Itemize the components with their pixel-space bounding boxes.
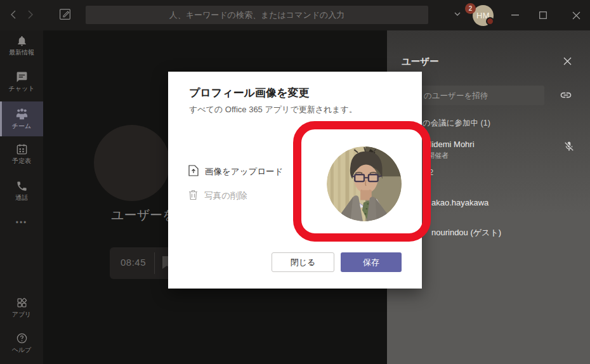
sidebar-item-chat[interactable]: チャット — [0, 71, 43, 92]
sidebar-item-teams[interactable]: チーム — [0, 101, 43, 136]
save-button[interactable]: 保存 — [341, 252, 402, 272]
help-icon — [16, 332, 28, 344]
participant-name[interactable]: Hidemi Mohri — [426, 140, 475, 149]
meeting-time: 08:45 — [121, 257, 146, 268]
search-input[interactable] — [86, 6, 428, 24]
sidebar-label: チャット — [9, 85, 35, 92]
dialog-subtitle: すべての Office 365 アプリで更新されます。 — [189, 104, 357, 115]
sidebar-item-activity[interactable]: 最新情報 — [0, 35, 43, 56]
phone-icon — [16, 180, 28, 192]
presence-dot — [486, 17, 494, 25]
divider — [154, 252, 155, 274]
invite-user-input[interactable] — [402, 86, 544, 105]
sidebar-label: 通話 — [15, 194, 28, 201]
sidebar-label: 最新情報 — [9, 49, 34, 56]
new-chat-icon[interactable] — [58, 8, 72, 22]
sidebar-item-apps[interactable]: アプリ — [0, 297, 43, 318]
sidebar-label: チーム — [12, 122, 31, 129]
close-panel-icon[interactable] — [561, 55, 574, 67]
trash-icon — [188, 190, 198, 202]
apps-icon — [16, 297, 28, 309]
chat-icon — [16, 71, 28, 83]
forward-icon[interactable] — [24, 8, 37, 21]
upload-label: 画像をアップロード — [205, 166, 283, 178]
maximize-button[interactable] — [529, 0, 557, 30]
participant-name[interactable]: akao.hayakawa — [431, 198, 488, 207]
sidebar-item-calendar[interactable]: 予定表 — [0, 143, 43, 164]
calendar-icon — [16, 143, 28, 155]
sidebar-label: 予定表 — [12, 157, 31, 164]
upload-image-button[interactable]: 画像をアップロード — [188, 165, 283, 178]
chevron-down-icon[interactable] — [454, 10, 462, 18]
profile-photo — [327, 146, 402, 221]
teams-app-window: ユーザーを 08:45 ユーザー の会議に参加中 (1) Hidemi Mohr… — [0, 0, 590, 364]
app-rail: 最新情報 チャット チーム 予定表 通話 ••• アプリ ヘルプ — [0, 30, 43, 364]
in-meeting-section-header: の会議に参加中 (1) — [423, 118, 490, 129]
upload-icon — [188, 165, 199, 178]
background-avatar-circle — [94, 125, 170, 201]
online-section-header: (2 — [426, 168, 433, 177]
sidebar-label: ヘルプ — [12, 346, 32, 353]
minimize-button[interactable] — [501, 0, 529, 30]
change-profile-picture-dialog: プロフィール画像を変更 すべての Office 365 アプリで更新されます。 … — [168, 72, 422, 289]
users-panel-title: ユーザー — [402, 56, 439, 68]
sidebar-label: アプリ — [12, 311, 32, 318]
teams-icon — [15, 108, 29, 120]
bell-icon — [16, 35, 28, 47]
participant-role: 開催者 — [428, 151, 449, 160]
participant-name[interactable]: nourindou (ゲスト) — [431, 227, 501, 238]
close-window-button[interactable] — [562, 0, 590, 30]
back-icon[interactable] — [6, 8, 19, 21]
title-bar: 2 HM — [0, 0, 590, 30]
background-heading: ユーザーを — [111, 207, 175, 224]
notification-badge: 2 — [465, 3, 476, 14]
more-dots-icon: ••• — [16, 219, 28, 226]
close-button[interactable]: 閉じる — [272, 252, 334, 272]
sidebar-item-help[interactable]: ヘルプ — [0, 332, 43, 353]
sidebar-item-calls[interactable]: 通話 — [0, 180, 43, 201]
copy-link-icon[interactable] — [560, 89, 574, 103]
delete-label: 写真の削除 — [204, 190, 247, 202]
delete-photo-button[interactable]: 写真の削除 — [188, 190, 247, 202]
mic-off-icon — [563, 141, 576, 153]
dialog-title: プロフィール画像を変更 — [189, 86, 309, 100]
sidebar-item-more[interactable]: ••• — [0, 219, 43, 226]
